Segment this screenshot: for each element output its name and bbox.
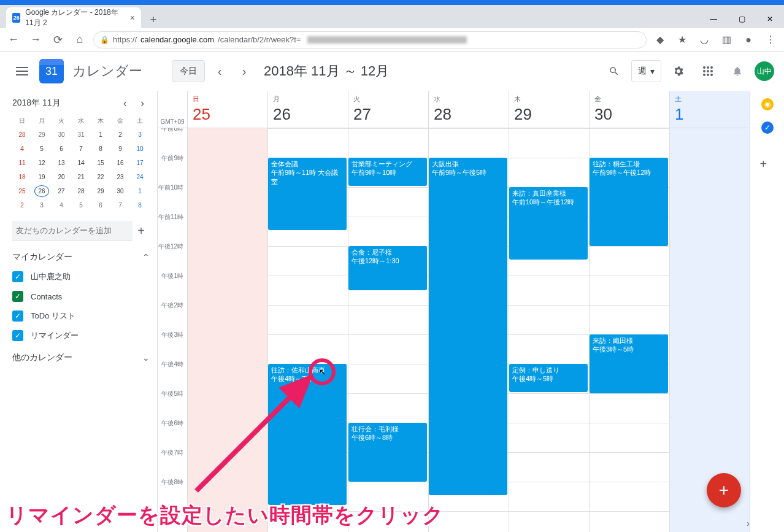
minical-day[interactable]: 2 (12, 198, 32, 212)
pocket-icon[interactable]: ◡ (696, 31, 713, 48)
minical-day[interactable]: 8 (91, 142, 110, 156)
calendar-event[interactable]: 往訪：桐生工場午前9時～午後12時 (590, 158, 668, 246)
mini-calendar[interactable]: 日月火水木金土282930311234567891011121314151617… (12, 114, 150, 212)
minical-day[interactable]: 23 (110, 170, 130, 184)
minical-day[interactable]: 1 (130, 184, 150, 198)
checkbox-icon[interactable]: ✓ (12, 271, 23, 282)
extension-icon[interactable]: ◆ (651, 31, 669, 48)
minical-day[interactable]: 4 (52, 198, 71, 212)
minical-day[interactable]: 6 (91, 198, 110, 212)
calendar-event[interactable]: 来訪：織田様午後3時～5時 (590, 334, 668, 393)
minical-day[interactable]: 19 (32, 170, 52, 184)
minical-day[interactable]: 7 (110, 198, 130, 212)
day-column[interactable] (187, 128, 267, 532)
back-button[interactable]: ← (5, 31, 22, 48)
minical-day[interactable]: 21 (71, 170, 91, 184)
minical-day[interactable]: 3 (130, 128, 150, 142)
minical-day[interactable]: 20 (52, 170, 71, 184)
checkbox-icon[interactable]: ✓ (12, 330, 23, 341)
calendar-event[interactable]: 全体会議午前9時～11時 大会議室 (268, 158, 347, 230)
url-input[interactable]: 🔒 https://calendar.google.com/calendar/b… (93, 31, 647, 48)
checkbox-icon[interactable]: ✓ (12, 291, 23, 302)
minical-day[interactable]: 2 (110, 128, 130, 142)
forward-button[interactable]: → (27, 31, 44, 48)
minical-day[interactable]: 11 (12, 156, 32, 170)
chevron-up-icon[interactable]: ⌃ (142, 252, 150, 262)
minical-day[interactable]: 16 (110, 156, 130, 170)
day-header[interactable]: 月26 (267, 91, 348, 128)
minical-day[interactable]: 1 (91, 128, 110, 142)
collapse-rail-button[interactable]: › (747, 519, 750, 528)
minical-day[interactable]: 15 (91, 156, 110, 170)
minical-day[interactable]: 8 (130, 198, 150, 212)
settings-icon[interactable] (666, 59, 691, 83)
minical-day[interactable]: 12 (32, 156, 52, 170)
calendar-event[interactable]: 定例：申し送り午後4時～5時 (509, 364, 588, 392)
calendar-event[interactable]: 会食：尼子様午後12時～1:30 (348, 246, 427, 290)
minical-day[interactable]: 5 (32, 142, 52, 156)
day-header[interactable]: 火27 (348, 91, 428, 128)
day-header[interactable]: 土1 (669, 91, 750, 128)
minical-day[interactable]: 22 (91, 170, 110, 184)
add-calendar-button[interactable]: + (133, 224, 150, 238)
minical-day[interactable]: 29 (32, 128, 52, 142)
day-column[interactable]: 大阪出張午前9時～午後5時 (428, 128, 509, 532)
day-header[interactable]: 金30 (589, 91, 669, 128)
close-window-button[interactable]: ✕ (756, 10, 784, 28)
calendar-event[interactable]: 往訪：佐和山商事午後4時～7時 (268, 364, 347, 505)
day-column[interactable]: 営業部ミーティング午前9時～10時会食：尼子様午後12時～1:30壮行会：毛利様… (348, 128, 428, 532)
chevron-down-icon[interactable]: ⌄ (142, 353, 150, 363)
star-icon[interactable]: ★ (674, 31, 691, 48)
day-header[interactable]: 日25 (187, 91, 267, 128)
minical-next[interactable]: › (135, 96, 150, 110)
today-button[interactable]: 今日 (172, 60, 205, 82)
view-dropdown[interactable]: 週 ▾ (631, 60, 661, 82)
home-button[interactable]: ⌂ (71, 31, 88, 48)
day-column[interactable]: 往訪：桐生工場午前9時～午後12時来訪：織田様午後3時～5時 (589, 128, 669, 532)
minical-day[interactable]: 14 (71, 156, 91, 170)
calendar-event[interactable]: 大阪出張午前9時～午後5時 (429, 158, 507, 495)
calendar-event[interactable]: 営業部ミーティング午前9時～10時 (348, 158, 427, 186)
minical-day[interactable]: 9 (110, 142, 130, 156)
calendar-item[interactable]: ✓Contacts (12, 291, 150, 302)
add-calendar-input[interactable] (12, 221, 133, 241)
menu-icon[interactable] (10, 59, 34, 83)
day-column[interactable] (669, 128, 750, 532)
minimize-button[interactable]: — (699, 10, 728, 28)
panel-icon[interactable]: ▥ (718, 31, 735, 48)
next-week-button[interactable]: › (234, 61, 254, 81)
minical-day[interactable]: 17 (130, 156, 150, 170)
minical-day[interactable]: 7 (71, 142, 91, 156)
profile-icon[interactable]: ● (740, 31, 757, 48)
keep-icon[interactable]: ◉ (761, 98, 774, 110)
minical-day[interactable]: 25 (12, 184, 32, 198)
calendar-event[interactable]: 壮行会：毛利様午後6時～8時 (348, 423, 427, 482)
checkbox-icon[interactable]: ✓ (12, 310, 23, 322)
minical-day[interactable]: 27 (52, 184, 71, 198)
minical-day[interactable]: 13 (52, 156, 71, 170)
day-header[interactable]: 水28 (428, 91, 509, 128)
day-column[interactable]: 全体会議午前9時～11時 大会議室往訪：佐和山商事午後4時～7時 (267, 128, 348, 532)
day-column[interactable]: 来訪：真田産業様午前10時～午後12時定例：申し送り午後4時～5時 (509, 128, 589, 532)
create-event-fab[interactable]: + (707, 473, 741, 507)
browser-menu-icon[interactable]: ⋮ (762, 31, 779, 48)
maximize-button[interactable]: ▢ (728, 10, 756, 28)
browser-tab[interactable]: 26 Google カレンダー - 2018年 11月 2 × (6, 7, 141, 28)
minical-day[interactable]: 6 (52, 142, 71, 156)
minical-day[interactable]: 5 (71, 198, 91, 212)
minical-day[interactable]: 31 (71, 128, 91, 142)
close-icon[interactable]: × (130, 13, 135, 23)
minical-day[interactable]: 3 (32, 198, 52, 212)
apps-icon[interactable] (696, 59, 720, 83)
minical-day[interactable]: 10 (130, 142, 150, 156)
tasks-icon[interactable]: ✓ (761, 121, 774, 134)
minical-day[interactable]: 29 (91, 184, 110, 198)
user-avatar[interactable]: 山中 (755, 61, 774, 81)
minical-prev[interactable]: ‹ (118, 96, 133, 110)
calendar-event[interactable]: 来訪：真田産業様午前10時～午後12時 (509, 187, 588, 260)
add-addon-button[interactable]: + (760, 157, 775, 172)
prev-week-button[interactable]: ‹ (210, 61, 229, 81)
day-header[interactable]: 木29 (509, 91, 589, 128)
minical-day[interactable]: 4 (12, 142, 32, 156)
new-tab-button[interactable]: + (145, 11, 162, 28)
